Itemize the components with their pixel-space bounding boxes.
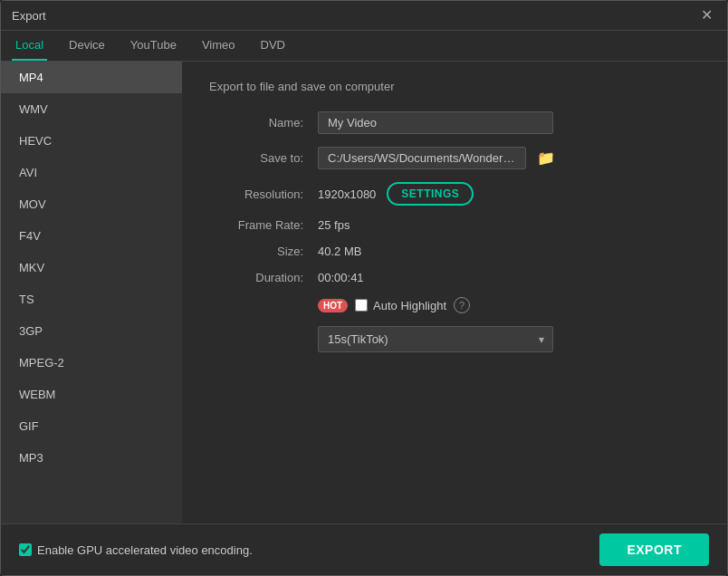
sidebar-item-wmv[interactable]: WMV [1, 93, 182, 125]
sidebar-item-avi[interactable]: AVI [1, 157, 182, 188]
hot-badge: HOT [318, 299, 348, 312]
gpu-checkbox[interactable] [19, 543, 32, 556]
help-icon[interactable]: ? [454, 297, 470, 313]
auto-highlight-checkbox[interactable] [355, 299, 368, 312]
highlight-select-wrapper: 15s(TikTok) 30s(Instagram) 60s(YouTube) … [318, 326, 553, 352]
sidebar-item-3gp[interactable]: 3GP [1, 315, 182, 347]
sidebar-item-f4v[interactable]: F4V [1, 220, 182, 252]
frame-rate-label: Frame Rate: [209, 218, 318, 232]
tab-dvd[interactable]: DVD [257, 31, 289, 61]
tab-local[interactable]: Local [12, 31, 47, 61]
resolution-label: Resolution: [209, 187, 318, 201]
resolution-field: 1920x1080 SETTINGS [318, 182, 474, 206]
highlight-select-row: 15s(TikTok) 30s(Instagram) 60s(YouTube) … [209, 326, 700, 352]
sidebar-item-webm[interactable]: WEBM [1, 379, 182, 410]
resolution-row: Resolution: 1920x1080 SETTINGS [209, 182, 700, 206]
name-label: Name: [209, 116, 318, 130]
gpu-label: Enable GPU accelerated video encoding. [37, 543, 253, 557]
sidebar-item-hevc[interactable]: HEVC [1, 125, 182, 157]
size-label: Size: [209, 245, 318, 258]
sidebar-item-mp3[interactable]: MP3 [1, 442, 182, 474]
save-to-row: Save to: C:/Users/WS/Documents/Wondersha… [209, 147, 700, 169]
tab-device[interactable]: Device [65, 31, 109, 61]
dialog-title: Export [12, 9, 46, 23]
name-row: Name: [209, 111, 700, 134]
export-dialog: Export ✕ Local Device YouTube Vimeo DVD … [0, 0, 728, 576]
sidebar-item-gif[interactable]: GIF [1, 410, 182, 442]
save-to-field: C:/Users/WS/Documents/Wondershare/V 📁 [318, 147, 559, 169]
sidebar-item-mkv[interactable]: MKV [1, 252, 182, 283]
close-button[interactable]: ✕ [697, 8, 716, 23]
bottom-bar: Enable GPU accelerated video encoding. E… [1, 523, 727, 575]
settings-button[interactable]: SETTINGS [387, 182, 474, 206]
highlight-select[interactable]: 15s(TikTok) 30s(Instagram) 60s(YouTube) … [318, 326, 553, 352]
folder-button[interactable]: 📁 [533, 148, 559, 168]
duration-label: Duration: [209, 271, 318, 284]
frame-rate-row: Frame Rate: 25 fps [209, 218, 700, 232]
sidebar-item-mpeg2[interactable]: MPEG-2 [1, 347, 182, 379]
sidebar-item-mov[interactable]: MOV [1, 188, 182, 220]
auto-highlight-label: Auto Highlight [373, 299, 446, 312]
resolution-value: 1920x1080 [318, 187, 376, 201]
sidebar-item-ts[interactable]: TS [1, 283, 182, 315]
name-input[interactable] [318, 111, 553, 134]
auto-highlight-field: HOT Auto Highlight ? [318, 297, 470, 313]
folder-icon: 📁 [537, 150, 555, 166]
sidebar: MP4 WMV HEVC AVI MOV F4V MKV TS [1, 62, 182, 523]
frame-rate-value: 25 fps [318, 218, 350, 232]
content-area: MP4 WMV HEVC AVI MOV F4V MKV TS [1, 62, 727, 523]
main-panel: Export to file and save on computer Name… [182, 62, 727, 523]
save-to-label: Save to: [209, 151, 318, 165]
auto-highlight-checkbox-label[interactable]: Auto Highlight [355, 299, 446, 312]
save-to-path: C:/Users/WS/Documents/Wondershare/V [318, 147, 526, 169]
tab-vimeo[interactable]: Vimeo [198, 31, 239, 61]
duration-row: Duration: 00:00:41 [209, 271, 700, 284]
gpu-checkbox-label[interactable]: Enable GPU accelerated video encoding. [19, 543, 253, 557]
auto-highlight-row: HOT Auto Highlight ? [209, 297, 700, 313]
tab-youtube[interactable]: YouTube [127, 31, 180, 61]
sidebar-item-mp4[interactable]: MP4 [1, 62, 182, 93]
size-row: Size: 40.2 MB [209, 245, 700, 258]
size-value: 40.2 MB [318, 245, 361, 258]
duration-value: 00:00:41 [318, 271, 364, 284]
export-description: Export to file and save on computer [209, 80, 700, 93]
title-bar: Export ✕ [1, 1, 727, 31]
tab-bar: Local Device YouTube Vimeo DVD [1, 31, 727, 62]
export-button[interactable]: EXPORT [599, 533, 709, 566]
